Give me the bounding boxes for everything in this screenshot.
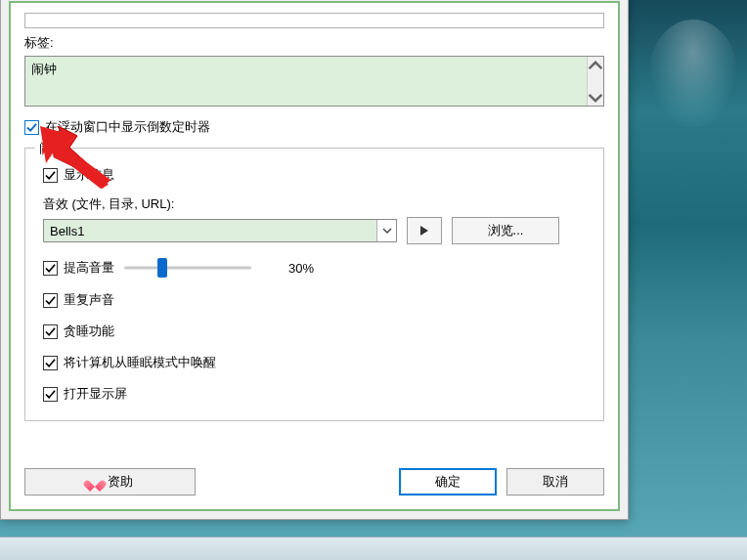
cancel-label: 取消 — [543, 473, 568, 491]
sound-label: 音效 (文件, 目录, URL): — [43, 195, 586, 213]
volume-percent-label: 30% — [288, 261, 314, 276]
sound-combobox[interactable]: Bells1 — [43, 219, 397, 242]
chevron-down-icon[interactable] — [376, 220, 396, 241]
turn-on-display-checkbox[interactable] — [43, 387, 58, 402]
play-icon — [419, 225, 429, 237]
tag-textarea[interactable]: 闹钟 — [24, 56, 604, 107]
play-button[interactable] — [407, 217, 442, 244]
show-message-checkbox[interactable] — [43, 168, 58, 183]
browse-button[interactable]: 浏览... — [452, 217, 559, 244]
scroll-up-icon[interactable] — [588, 57, 603, 73]
turn-on-display-label: 打开显示屏 — [64, 385, 127, 403]
alarm-fieldset: 闹钟 显示信息 音效 (文件, 目录, URL): Bells1 — [24, 148, 604, 421]
volume-slider[interactable] — [124, 258, 251, 278]
tag-textarea-value: 闹钟 — [25, 57, 587, 106]
boost-volume-label: 提高音量 — [64, 259, 114, 277]
float-countdown-label: 在浮动窗口中显示倒数定时器 — [45, 118, 210, 136]
show-message-label: 显示信息 — [64, 166, 114, 184]
wake-pc-checkbox[interactable] — [43, 356, 58, 370]
browse-label: 浏览... — [488, 222, 524, 239]
snooze-label: 贪睡功能 — [64, 323, 114, 340]
ok-label: 确定 — [435, 473, 461, 491]
tag-label: 标签: — [24, 34, 604, 52]
top-input-strip[interactable] — [24, 13, 604, 28]
heart-icon — [88, 476, 102, 488]
snooze-checkbox[interactable] — [43, 324, 58, 339]
textarea-scrollbar[interactable] — [587, 57, 603, 106]
fieldset-legend: 闹钟 — [35, 140, 68, 157]
boost-volume-checkbox[interactable] — [43, 261, 58, 276]
repeat-sound-label: 重复声音 — [64, 291, 114, 309]
float-countdown-checkbox[interactable] — [24, 120, 39, 135]
settings-dialog: 标签: 闹钟 在浮动窗口中显示倒数定时器 闹钟 — [0, 0, 629, 520]
sponsor-label: 资助 — [108, 473, 133, 491]
ok-button[interactable]: 确定 — [399, 468, 497, 495]
sound-combobox-value: Bells1 — [44, 220, 376, 241]
scroll-down-icon[interactable] — [588, 89, 603, 106]
wake-pc-label: 将计算机从睡眠模式中唤醒 — [64, 354, 216, 371]
repeat-sound-checkbox[interactable] — [43, 293, 58, 308]
sponsor-button[interactable]: 资助 — [24, 468, 196, 495]
cancel-button[interactable]: 取消 — [506, 468, 604, 495]
taskbar — [0, 537, 747, 560]
